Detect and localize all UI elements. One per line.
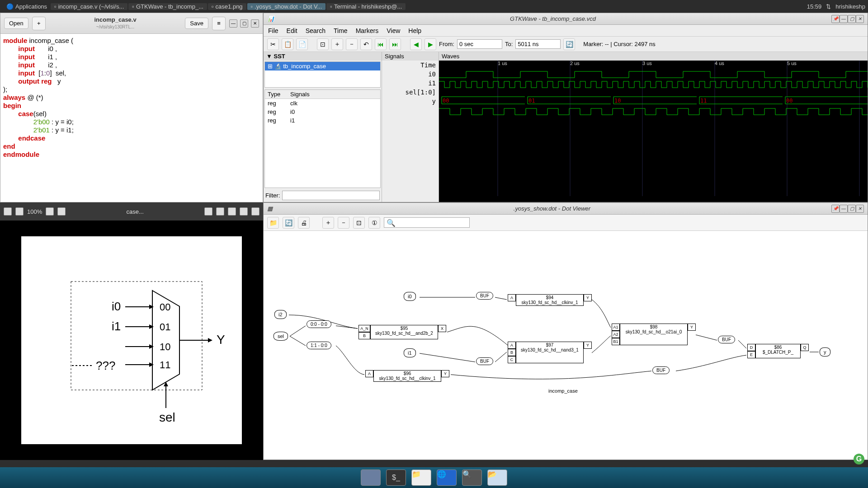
- signals-table[interactable]: TypeSignals regclkregi0regi1: [264, 89, 381, 188]
- menu-edit[interactable]: Edit: [287, 27, 297, 34]
- dock-web-icon[interactable]: 🌐: [437, 469, 457, 486]
- code-editor[interactable]: module incomp_case ( input i0 , input i1…: [0, 34, 263, 202]
- menu-file[interactable]: File: [268, 27, 278, 34]
- taskbar-item[interactable]: ▫Terminal - hrishikeshp@...: [326, 3, 406, 10]
- grammarly-icon[interactable]: G: [854, 454, 864, 465]
- open-folder-icon[interactable]: 📁: [267, 217, 279, 229]
- wave-signal-label[interactable]: Time: [382, 61, 439, 70]
- zoom-out-icon[interactable]: －: [346, 38, 358, 50]
- wave-signal-label[interactable]: y: [382, 97, 439, 106]
- filter-input[interactable]: [282, 191, 380, 200]
- svg-marker-9: [149, 362, 154, 367]
- taskbar-item[interactable]: ▫case1.png: [208, 3, 246, 10]
- latch: DE $86$_DLATCH_P_ Q: [747, 344, 809, 358]
- cut-icon[interactable]: ✂: [267, 38, 279, 50]
- signal-row[interactable]: regi1: [265, 116, 380, 125]
- viewer-maximize[interactable]: +: [240, 207, 248, 216]
- dock-folder-icon[interactable]: 📂: [487, 469, 507, 486]
- sst-tree[interactable]: ⊞ 🔬 tb_incomp_case: [264, 61, 381, 88]
- dock-files-icon[interactable]: 📁: [411, 469, 431, 486]
- zoom-in-button[interactable]: ▴: [57, 207, 66, 216]
- print-icon[interactable]: 🖨: [298, 217, 310, 229]
- zoom-in-icon[interactable]: ＋: [331, 38, 343, 50]
- dot-minimize[interactable]: —: [840, 205, 848, 213]
- gtk-maximize[interactable]: ▢: [848, 15, 856, 23]
- dot-pin[interactable]: 📌: [831, 205, 840, 213]
- editor-filename: incomp_case.v: [94, 16, 136, 23]
- menu-help[interactable]: Help: [408, 27, 421, 34]
- gtk-pin[interactable]: 📌: [831, 15, 840, 23]
- node-i2: i2: [274, 310, 287, 319]
- menu-search[interactable]: Search: [306, 27, 326, 34]
- open-button[interactable]: Open: [4, 18, 28, 29]
- gear-button[interactable]: ⚙: [216, 207, 224, 216]
- step-fwd-icon[interactable]: ▶: [425, 38, 436, 50]
- gtkwave-toolbar: ✂ 📋 📄 ⊡ ＋ － ↶ ⏮ ⏭ ◀ ▶ From: To: 🔄 Marker…: [264, 37, 868, 52]
- seek-start-icon[interactable]: ⏮: [375, 38, 387, 50]
- hamburger-button[interactable]: ≡: [212, 17, 226, 30]
- dot-maximize[interactable]: ▢: [848, 205, 856, 213]
- save-button[interactable]: Save: [185, 18, 208, 29]
- dot-canvas[interactable]: i0 i2 sel i1 0:0 - 0:0 1:1 - 0:0 BUF BUF…: [264, 231, 868, 460]
- fullscreen-button[interactable]: ⛶: [204, 207, 212, 216]
- user-label[interactable]: hrishikeshp: [835, 3, 865, 10]
- signal-row[interactable]: regi0: [265, 108, 380, 116]
- zoom-in-dot[interactable]: ＋: [322, 217, 334, 229]
- viewer-close[interactable]: ✕: [251, 207, 259, 216]
- new-tab-button[interactable]: +: [32, 17, 46, 30]
- signals-panel-header: Signals: [382, 52, 439, 61]
- zoom-fit-icon[interactable]: ⊡: [317, 38, 329, 50]
- type-header[interactable]: Type: [265, 90, 288, 99]
- from-input[interactable]: [457, 39, 502, 49]
- zoom-fit-dot[interactable]: ⊡: [353, 217, 365, 229]
- zoom-100-dot[interactable]: ①: [368, 217, 380, 229]
- viewer-minimize[interactable]: —: [228, 207, 236, 216]
- gtkwave-icon: 📊: [267, 15, 274, 22]
- paste-icon[interactable]: 📄: [296, 38, 308, 50]
- close-button[interactable]: ✕: [251, 19, 259, 28]
- buf-2: BUF: [476, 357, 493, 365]
- wave-signal-label[interactable]: i1: [382, 79, 439, 88]
- to-input[interactable]: [515, 39, 561, 49]
- network-icon[interactable]: ⇅: [826, 3, 831, 10]
- zoom-out-button[interactable]: ▾: [46, 207, 54, 216]
- minimize-button[interactable]: —: [229, 19, 237, 28]
- applications-menu[interactable]: 🔵 Applications: [3, 3, 51, 10]
- wave-signal-label[interactable]: i0: [382, 70, 439, 79]
- zoom-out-dot[interactable]: －: [338, 217, 349, 229]
- sst-header[interactable]: ▼ SST: [264, 52, 382, 61]
- signal-row[interactable]: regclk: [265, 99, 380, 108]
- viewer-btn1[interactable]: ▣: [4, 207, 12, 216]
- gate-95: A_NB $95sky130_fd_sc_hd__and2b_2 X: [359, 325, 446, 339]
- menu-view[interactable]: View: [387, 27, 400, 34]
- step-back-icon[interactable]: ◀: [410, 38, 422, 50]
- seek-end-icon[interactable]: ⏭: [389, 38, 401, 50]
- undo-icon[interactable]: ↶: [360, 38, 372, 50]
- dock-terminal-icon[interactable]: $_: [386, 469, 406, 486]
- menu-markers[interactable]: Markers: [356, 27, 379, 34]
- gate-96: A $96sky130_fd_sc_hd__clkinv_1 Y: [365, 370, 449, 382]
- menu-time[interactable]: Time: [334, 27, 348, 34]
- taskbar-item[interactable]: ▫incomp_case.v (~/vlsi/s...: [51, 3, 127, 10]
- image-viewer-window: ▣ ▭ 100% ▾ ▴ case... ⛶ ⚙ — + ✕ 00 01 10 …: [0, 202, 263, 460]
- dot-titlebar: ▦ .yosys_show.dot - Dot Viewer 📌 — ▢ ✕: [264, 203, 868, 215]
- reload-icon[interactable]: 🔄: [563, 38, 575, 50]
- maximize-button[interactable]: ▢: [240, 19, 248, 28]
- dot-close[interactable]: ✕: [856, 205, 864, 213]
- signals-header[interactable]: Signals: [288, 90, 312, 99]
- wave-signal-label[interactable]: sel[1:0]: [382, 88, 439, 97]
- sst-root-item[interactable]: ⊞ 🔬 tb_incomp_case: [265, 62, 380, 70]
- dock-desktop-icon[interactable]: [361, 469, 381, 486]
- reload-dot-icon[interactable]: 🔄: [283, 217, 294, 229]
- clock[interactable]: 15:59: [807, 3, 822, 10]
- wave-canvas[interactable]: 1 us2 us3 us4 us5 us 0001101100: [439, 61, 868, 201]
- copy-icon[interactable]: 📋: [282, 38, 293, 50]
- dot-search-input[interactable]: [384, 217, 470, 228]
- taskbar-item[interactable]: ▫.yosys_show.dot - Dot V...: [247, 3, 326, 10]
- apps-icon: 🔵: [6, 3, 14, 10]
- taskbar-item[interactable]: ▫GTKWave - tb_incomp_...: [128, 3, 207, 10]
- gtk-minimize[interactable]: —: [840, 15, 848, 23]
- dock-search-icon[interactable]: 🔍: [462, 469, 482, 486]
- viewer-btn2[interactable]: ▭: [15, 207, 24, 216]
- gtk-close[interactable]: ✕: [856, 15, 864, 23]
